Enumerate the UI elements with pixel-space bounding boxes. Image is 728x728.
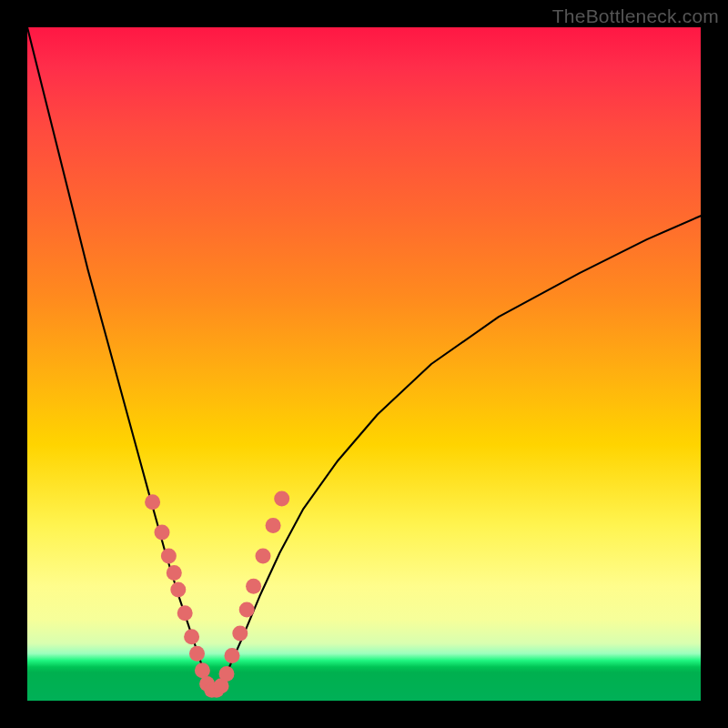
marker-dot <box>167 565 182 581</box>
marker-dot <box>177 605 193 621</box>
marker-dot <box>145 494 160 510</box>
watermark-text: TheBottleneck.com <box>552 5 719 27</box>
marker-dot <box>256 548 271 563</box>
marker-dot <box>219 666 235 682</box>
marker-dot <box>155 525 170 541</box>
marker-dot <box>239 602 255 618</box>
marker-dot <box>274 491 289 507</box>
marker-dot <box>161 548 177 563</box>
marker-dot <box>195 662 210 678</box>
marker-dot <box>225 648 240 663</box>
bottleneck-curve <box>27 27 701 689</box>
chart-frame: TheBottleneck.com <box>0 0 728 728</box>
marker-dot <box>232 626 248 642</box>
marker-dot <box>246 579 261 594</box>
chart-overlay <box>27 27 701 701</box>
marker-dot <box>184 629 199 644</box>
marker-dot <box>170 581 186 597</box>
marker-dot <box>189 646 205 662</box>
marker-dot <box>266 518 281 533</box>
marker-group <box>145 491 289 698</box>
